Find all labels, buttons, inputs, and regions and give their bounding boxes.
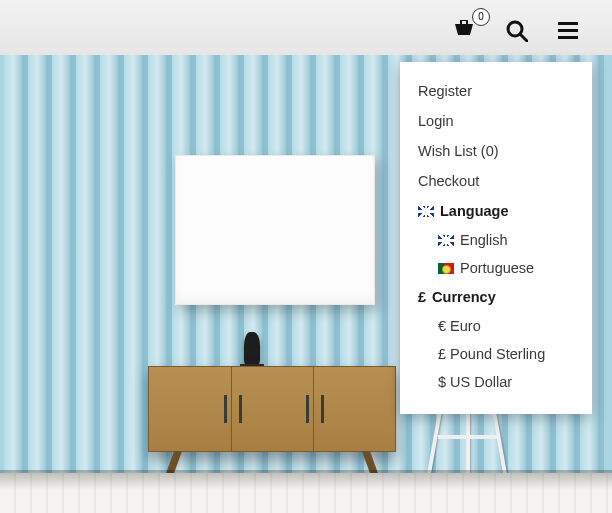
menu-toggle-button[interactable] [558,22,578,40]
currency-option-gbp[interactable]: £ Pound Sterling [400,340,592,368]
currency-option-usd[interactable]: $ US Dollar [400,368,592,396]
currency-label: Currency [432,289,496,305]
page-background: 0 Register Login Wish List (0) Checkout … [0,0,612,513]
menu-item-wishlist[interactable]: Wish List (0) [400,136,592,166]
wall-panel [52,55,70,473]
wall-joint [598,55,604,473]
top-bar: 0 [452,20,578,42]
cabinet [148,366,396,452]
svg-rect-0 [461,20,467,25]
language-option-portuguese[interactable]: Portuguese [400,254,592,282]
cabinet-handle [306,395,309,423]
wall-panel [100,55,118,473]
svg-line-2 [520,34,527,41]
language-label: Language [440,203,508,219]
wall-panel [28,55,46,473]
cart-icon [452,20,476,42]
cart-count-badge: 0 [472,8,490,26]
svg-rect-3 [558,22,578,25]
currency-option-euro[interactable]: € Euro [400,312,592,340]
cabinet-handle [239,395,242,423]
language-option-label: Portuguese [460,260,534,276]
menu-item-checkout[interactable]: Checkout [400,166,592,196]
decor-statue [244,332,260,366]
hamburger-icon [558,22,578,40]
floor-shadow [0,470,612,490]
search-icon [506,20,528,42]
wall-panel [76,55,94,473]
cart-button[interactable]: 0 [452,20,476,42]
cabinet-handle [321,395,324,423]
menu-section-currency: £ Currency [400,282,592,312]
cabinet-handle [224,395,227,423]
menu-item-login[interactable]: Login [400,106,592,136]
language-option-label: English [460,232,508,248]
menu-section-language: Language [400,196,592,226]
menu-item-register[interactable]: Register [400,76,592,106]
uk-flag-icon [418,206,434,217]
search-button[interactable] [506,20,528,42]
pt-flag-icon [438,263,454,274]
wall-panel [4,55,22,473]
uk-flag-icon [438,235,454,246]
wall-canvas [175,155,375,305]
currency-symbol: £ [418,289,426,305]
svg-rect-4 [558,29,578,32]
language-option-english[interactable]: English [400,226,592,254]
wall-panel [124,55,142,473]
dropdown-menu: Register Login Wish List (0) Checkout La… [400,62,592,414]
easel-bar [438,435,500,439]
svg-rect-5 [558,36,578,39]
